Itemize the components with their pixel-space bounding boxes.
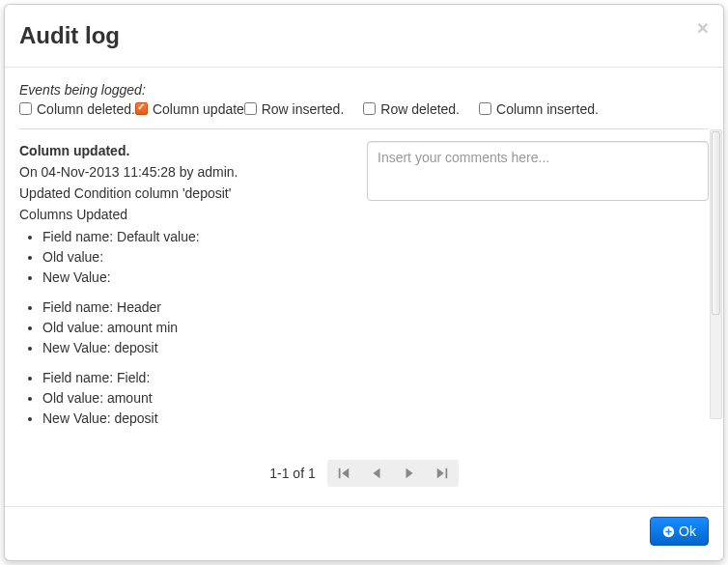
audit-log-modal: Audit log × Events being logged: Column … xyxy=(4,4,724,561)
content-area: Column updated. On 04-Nov-2013 11:45:28 … xyxy=(19,128,709,436)
checkbox-column-updated[interactable] xyxy=(135,102,148,115)
pager: 1-1 of 1 xyxy=(19,460,709,492)
prev-page-icon xyxy=(370,466,383,480)
log-change-group: Field name: Default value: Old value: Ne… xyxy=(19,227,348,288)
modal-footer: Ok xyxy=(5,506,723,560)
filter-label: Column updated xyxy=(153,101,252,117)
log-entry-summary: Updated Condition column 'deposit' xyxy=(19,184,348,204)
comment-input[interactable] xyxy=(367,141,709,201)
log-change-old: Old value: amount min xyxy=(42,318,348,338)
log-change-old: Old value: amount xyxy=(42,388,348,409)
pager-prev-button[interactable] xyxy=(360,460,393,487)
log-change-field: Field name: Field: xyxy=(42,368,348,388)
filter-label: Row inserted. xyxy=(262,101,345,117)
ok-button[interactable]: Ok xyxy=(650,517,709,546)
log-entry-meta: On 04-Nov-2013 11:45:28 by admin. xyxy=(19,162,348,183)
log-entry-title: Column updated. xyxy=(19,141,348,161)
pager-buttons xyxy=(327,460,459,487)
first-page-icon xyxy=(337,466,350,480)
log-section-label: Columns Updated xyxy=(19,205,348,225)
checkbox-row-inserted[interactable] xyxy=(244,102,257,115)
checkbox-column-inserted[interactable] xyxy=(479,102,491,115)
log-change-group: Field name: Header Old value: amount min… xyxy=(19,297,348,358)
checkbox-row-deleted[interactable] xyxy=(363,102,376,115)
checkbox-column-deleted[interactable] xyxy=(19,102,32,115)
filter-column-deleted[interactable]: Column deleted. xyxy=(19,101,135,117)
log-panel: Column updated. On 04-Nov-2013 11:45:28 … xyxy=(19,141,348,436)
modal-body: Events being logged: Column deleted. Col… xyxy=(5,68,723,506)
next-page-icon xyxy=(403,466,416,480)
modal-header: Audit log × xyxy=(5,5,723,68)
comment-panel xyxy=(367,141,709,436)
filter-row-inserted[interactable]: Row inserted. xyxy=(244,101,345,117)
scrollbar[interactable] xyxy=(710,129,722,419)
filter-label: Row deleted. xyxy=(380,101,460,117)
log-change-group: Field name: Field: Old value: amount New… xyxy=(19,368,348,429)
filter-column-updated[interactable]: Column updated xyxy=(135,101,252,117)
log-change-old: Old value: xyxy=(42,247,348,268)
close-button[interactable]: × xyxy=(697,17,709,38)
log-change-new: New Value: deposit xyxy=(42,338,348,358)
plus-circle-icon xyxy=(662,525,675,538)
pager-first-button[interactable] xyxy=(327,460,360,487)
filter-label: Column deleted. xyxy=(37,101,135,117)
pager-next-button[interactable] xyxy=(393,460,426,487)
events-heading: Events being logged: xyxy=(19,82,709,98)
last-page-icon xyxy=(435,466,449,480)
log-change-field: Field name: Header xyxy=(42,297,348,318)
filter-row-deleted[interactable]: Row deleted. xyxy=(363,101,460,117)
log-change-new: New Value: deposit xyxy=(42,409,348,429)
log-change-field: Field name: Default value: xyxy=(42,227,348,247)
filter-label: Column inserted. xyxy=(496,101,599,117)
ok-button-label: Ok xyxy=(679,523,696,539)
filter-row: Column deleted. Column updated Row inser… xyxy=(19,101,709,117)
scrollbar-thumb[interactable] xyxy=(712,131,720,315)
pager-last-button[interactable] xyxy=(426,460,459,487)
modal-title: Audit log xyxy=(19,19,709,52)
pager-text: 1-1 of 1 xyxy=(269,466,315,481)
filter-column-inserted[interactable]: Column inserted. xyxy=(479,101,599,117)
log-change-new: New Value: xyxy=(42,268,348,288)
